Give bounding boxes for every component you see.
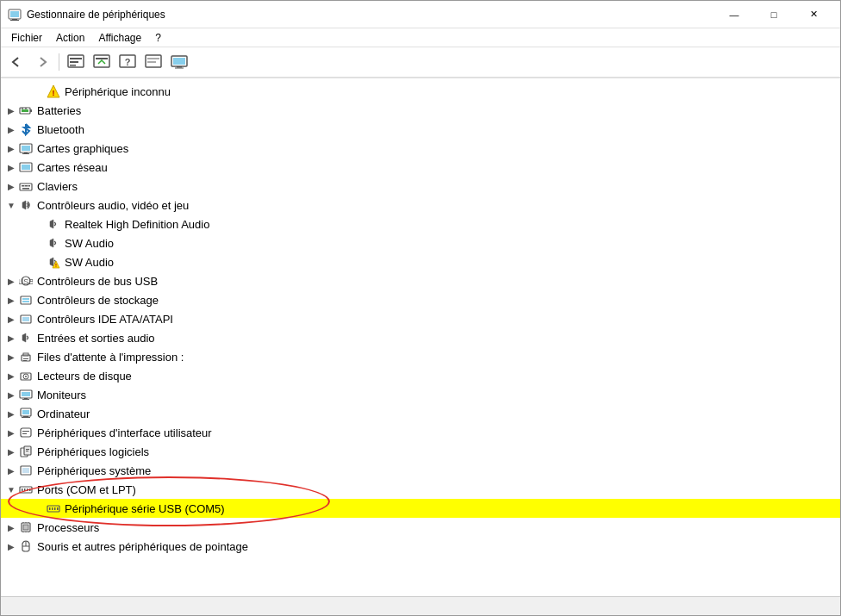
help-button[interactable]: ? — [115, 50, 140, 74]
tree-item-storage[interactable]: ▶ Contrôleurs de stockage — [1, 290, 840, 309]
tree-item-unknown[interactable]: ! Périphérique inconnu — [1, 82, 840, 101]
svg-rect-80 — [27, 488, 28, 491]
expand-usb-ctrl[interactable]: ▶ — [4, 274, 18, 288]
tree-item-batteries[interactable]: ▶ Batteries — [1, 101, 840, 120]
svg-rect-3 — [10, 20, 19, 21]
expand-audio-io[interactable]: ▶ — [4, 331, 18, 345]
expand-bluetooth[interactable]: ▶ — [4, 122, 18, 136]
label-mice: Souris et autres périphériques de pointa… — [37, 541, 248, 552]
monitor-button[interactable] — [167, 50, 191, 74]
tree-item-print[interactable]: ▶ Files d'attente à l'impression : — [1, 347, 840, 366]
tree-item-audio-io[interactable]: ▶ Entrées et sorties audio — [1, 328, 840, 347]
svg-marker-42 — [50, 258, 53, 266]
batteries-icon — [18, 103, 34, 118]
expand-soft[interactable]: ▶ — [4, 445, 18, 458]
soft-icon — [18, 444, 34, 459]
menu-action[interactable]: Action — [49, 30, 91, 46]
label-sw-audio1: SW Audio — [65, 238, 114, 249]
svg-rect-76 — [22, 468, 29, 473]
tree-item-processors[interactable]: ▶ Processeurs — [1, 518, 840, 537]
maximize-button[interactable]: □ — [754, 1, 794, 28]
svg-marker-40 — [50, 220, 53, 228]
svg-rect-78 — [22, 488, 23, 491]
expand-monitors[interactable]: ▶ — [4, 388, 18, 401]
expand-print[interactable]: ▶ — [4, 350, 18, 364]
svg-rect-81 — [29, 488, 31, 491]
svg-rect-16 — [173, 58, 185, 65]
svg-rect-25 — [25, 108, 27, 109]
menu-affichage[interactable]: Affichage — [91, 30, 148, 46]
menu-help[interactable]: ? — [148, 30, 168, 46]
tree-item-sw-audio2[interactable]: ! SW Audio — [1, 252, 840, 271]
expand-mice[interactable]: ▶ — [4, 539, 18, 553]
svg-rect-31 — [22, 165, 30, 170]
disk-icon — [18, 368, 34, 383]
monitors-icon — [18, 387, 34, 402]
label-unknown: Périphérique inconnu — [65, 86, 171, 97]
tree-item-sw-audio1[interactable]: SW Audio — [1, 233, 840, 252]
tree-item-audio-ctrl[interactable]: ▼ Contrôleurs audio, vidéo et jeu — [1, 196, 840, 215]
svg-rect-34 — [25, 185, 27, 187]
close-button[interactable]: ✕ — [794, 1, 833, 28]
tree-item-ide[interactable]: ▶ Contrôleurs IDE ATA/ATAPI — [1, 309, 840, 328]
expand-storage[interactable]: ▶ — [4, 293, 18, 307]
tree-item-sys[interactable]: ▶ Périphériques système — [1, 461, 840, 480]
label-computer: Ordinateur — [37, 408, 90, 420]
tree-item-graphics[interactable]: ▶ Cartes graphiques — [1, 139, 840, 158]
menu-fichier[interactable]: Fichier — [4, 30, 49, 46]
tree-item-mice[interactable]: ▶ Souris et autres périphériques de poin… — [1, 537, 840, 556]
tree-item-ports[interactable]: ▼ Ports (COM et LPT) — [1, 480, 840, 499]
forward-button[interactable] — [30, 50, 54, 74]
label-audio-ctrl: Contrôleurs audio, vidéo et jeu — [37, 200, 189, 211]
label-usb-ctrl: Contrôleurs de bus USB — [37, 276, 158, 287]
app-icon — [8, 8, 22, 22]
expand-disk[interactable]: ▶ — [4, 369, 18, 383]
tree-item-usb-serial[interactable]: Périphérique série USB (COM5) — [1, 499, 840, 518]
expand-batteries[interactable]: ▶ — [4, 103, 18, 117]
properties-button[interactable] — [64, 50, 88, 74]
tree-item-usb-ctrl[interactable]: ▶ USB Contrôleurs de bus USB — [1, 271, 840, 290]
svg-rect-83 — [49, 507, 51, 510]
label-network: Cartes réseau — [37, 162, 108, 173]
update-button[interactable] — [90, 50, 114, 74]
tree-item-computer[interactable]: ▶ Ordinateur — [1, 404, 840, 423]
tree-item-network[interactable]: ▶ Cartes réseau — [1, 158, 840, 177]
audio-io-icon — [18, 330, 34, 345]
minimize-button[interactable]: — — [714, 1, 754, 28]
expand-processors[interactable]: ▶ — [4, 520, 18, 534]
ports-highlight-container: ▼ Ports (COM et LPT) — [1, 480, 840, 518]
hid-icon — [18, 425, 34, 440]
expand-keyboards[interactable]: ▶ — [4, 179, 18, 193]
warning-icon: ! — [46, 84, 61, 99]
realtek-icon — [46, 216, 61, 232]
svg-rect-33 — [22, 185, 23, 187]
label-graphics: Cartes graphiques — [37, 143, 128, 154]
expand-sys[interactable]: ▶ — [4, 464, 18, 477]
tree-item-keyboards[interactable]: ▶ Claviers — [1, 177, 840, 196]
expand-graphics[interactable]: ▶ — [4, 141, 18, 155]
expand-ports[interactable]: ▼ — [4, 482, 18, 496]
expand-computer[interactable]: ▶ — [4, 407, 18, 420]
tree-item-soft[interactable]: ▶ Périphériques logiciels — [1, 442, 840, 461]
tree-item-bluetooth[interactable]: ▶ Bluetooth — [1, 120, 840, 139]
label-sw-audio2: SW Audio — [65, 257, 114, 268]
ports-icon — [18, 482, 34, 497]
tree-item-monitors[interactable]: ▶ Moniteurs — [1, 385, 840, 404]
expand-audio-ctrl[interactable]: ▼ — [4, 198, 18, 212]
tree-item-realtek[interactable]: Realtek High Definition Audio — [1, 215, 840, 233]
back-button[interactable] — [4, 50, 28, 74]
title-bar: Gestionnaire de périphériques — □ ✕ — [1, 1, 840, 28]
expand-ide[interactable]: ▶ — [4, 312, 18, 326]
svg-rect-37 — [27, 185, 28, 187]
expand-network[interactable]: ▶ — [4, 160, 18, 174]
graphics-icon — [18, 140, 34, 156]
expand-hid[interactable]: ▶ — [4, 426, 18, 439]
device-tree[interactable]: ! Périphérique inconnu ▶ — [1, 78, 840, 596]
svg-rect-51 — [22, 317, 29, 321]
svg-rect-9 — [96, 58, 108, 59]
tree-item-hid[interactable]: ▶ Périphériques d'interface utilisateur — [1, 423, 840, 442]
show-hidden-button[interactable] — [141, 50, 165, 74]
svg-rect-36 — [23, 185, 25, 187]
label-disk: Lecteurs de disque — [37, 370, 132, 382]
tree-item-disk[interactable]: ▶ Lecteurs de disque — [1, 366, 840, 385]
